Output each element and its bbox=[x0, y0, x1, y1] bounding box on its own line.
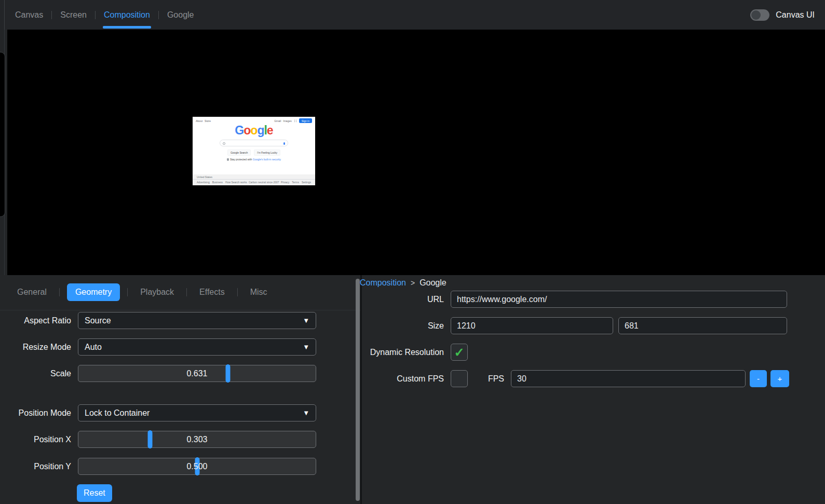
custom-fps-label: Custom FPS bbox=[362, 374, 444, 384]
toggle-knob-icon bbox=[751, 10, 761, 20]
tab-effects[interactable]: Effects bbox=[194, 283, 230, 301]
left-edge-strip bbox=[0, 30, 7, 275]
tab-separator bbox=[51, 11, 52, 19]
logo-letter: G bbox=[235, 124, 244, 137]
footer-link: Carbon neutral since 2007 bbox=[249, 181, 279, 184]
chevron-down-icon: ▼ bbox=[303, 317, 309, 324]
tab-separator bbox=[186, 288, 187, 296]
google-logo: Google bbox=[193, 124, 315, 138]
footer-location: United States bbox=[193, 174, 315, 180]
scale-slider[interactable]: 0.631 bbox=[78, 365, 316, 382]
dynamic-resolution-row: Dynamic Resolution ✓ bbox=[362, 344, 825, 361]
property-tabs: General Geometry Playback Effects Misc bbox=[12, 282, 273, 302]
position-y-slider[interactable]: 0.500 bbox=[78, 458, 316, 475]
scale-row: Scale 0.631 bbox=[0, 365, 360, 382]
breadcrumb-composition-link[interactable]: Composition bbox=[360, 278, 406, 288]
promo-link: Google's built-in security bbox=[253, 158, 281, 161]
position-x-value: 0.303 bbox=[78, 431, 316, 447]
footer-link: Business bbox=[212, 181, 223, 184]
source-settings-panel: Composition > Google URL Size Dynamic Re… bbox=[362, 275, 825, 504]
position-mode-value: Lock to Container bbox=[85, 408, 150, 418]
position-mode-dropdown[interactable]: Lock to Container ▼ bbox=[78, 404, 316, 421]
google-gmail-link: Gmail bbox=[274, 119, 281, 122]
size-height-input[interactable] bbox=[618, 317, 787, 334]
aspect-ratio-dropdown[interactable]: Source ▼ bbox=[78, 312, 316, 329]
tab-separator bbox=[158, 11, 159, 19]
position-x-label: Position X bbox=[0, 435, 71, 444]
custom-fps-checkbox[interactable] bbox=[451, 370, 468, 387]
reset-button[interactable]: Reset bbox=[77, 484, 112, 502]
resize-mode-dropdown[interactable]: Auto ▼ bbox=[78, 338, 316, 356]
divider bbox=[0, 310, 360, 310]
tab-separator bbox=[237, 288, 238, 296]
breadcrumb-current: Google bbox=[420, 278, 447, 288]
position-x-row: Position X 0.303 bbox=[0, 431, 360, 448]
tab-general[interactable]: General bbox=[12, 283, 52, 301]
canvas-ui-control: Canvas UI bbox=[750, 0, 815, 30]
logo-letter: e bbox=[267, 124, 273, 137]
google-search-buttons: Google Search I'm Feeling Lucky bbox=[193, 149, 315, 156]
footer-link: Terms bbox=[292, 181, 299, 184]
google-promo-line: Stay protected with Google's built-in se… bbox=[193, 158, 315, 161]
composition-canvas: About Store Gmail Images Sign in Google … bbox=[7, 30, 825, 275]
canvas-ui-toggle[interactable] bbox=[750, 9, 769, 21]
footer-link: How Search works bbox=[225, 181, 247, 184]
chevron-down-icon: ▼ bbox=[303, 409, 309, 417]
checkmark-icon: ✓ bbox=[454, 346, 464, 359]
search-icon bbox=[223, 142, 225, 145]
tab-misc[interactable]: Misc bbox=[245, 283, 273, 301]
tab-separator bbox=[127, 288, 128, 296]
top-bar: Canvas Screen Composition Google Canvas … bbox=[0, 0, 825, 30]
footer-link: Privacy bbox=[281, 181, 289, 184]
offscreen-panel-corner bbox=[0, 52, 5, 217]
resize-mode-value: Auto bbox=[85, 343, 102, 352]
aspect-ratio-value: Source bbox=[85, 316, 111, 325]
google-source-preview[interactable]: About Store Gmail Images Sign in Google … bbox=[193, 117, 315, 185]
google-search-box bbox=[220, 140, 288, 146]
scale-value: 0.631 bbox=[78, 365, 316, 382]
position-y-label: Position Y bbox=[0, 462, 71, 471]
mic-icon bbox=[283, 142, 285, 145]
aspect-ratio-row: Aspect Ratio Source ▼ bbox=[0, 312, 360, 329]
position-x-slider[interactable]: 0.303 bbox=[78, 431, 316, 448]
position-mode-label: Position Mode bbox=[0, 408, 71, 418]
logo-letter: g bbox=[257, 124, 264, 137]
breadcrumb-separator: > bbox=[411, 279, 415, 287]
dynamic-resolution-label: Dynamic Resolution bbox=[362, 348, 444, 357]
resize-mode-label: Resize Mode bbox=[0, 343, 71, 352]
promo-text: Stay protected with bbox=[230, 158, 253, 161]
size-width-input[interactable] bbox=[451, 317, 613, 334]
panel-edge-line bbox=[4, 0, 5, 30]
view-tabs: Canvas Screen Composition Google bbox=[14, 0, 195, 30]
chevron-down-icon: ▼ bbox=[303, 343, 309, 351]
google-search-button: Google Search bbox=[227, 149, 251, 156]
tab-screen[interactable]: Screen bbox=[59, 0, 88, 30]
url-row: URL bbox=[362, 291, 825, 308]
source-properties-panel: General Geometry Playback Effects Misc A… bbox=[0, 275, 360, 504]
google-about-link: About bbox=[196, 119, 202, 122]
breadcrumb: Composition > Google bbox=[360, 278, 447, 288]
url-label: URL bbox=[362, 295, 444, 304]
tab-composition[interactable]: Composition bbox=[103, 0, 151, 30]
footer-link: Settings bbox=[302, 181, 311, 184]
fps-label: FPS bbox=[474, 374, 504, 384]
google-store-link: Store bbox=[205, 119, 211, 122]
fps-increment-button[interactable]: + bbox=[770, 370, 789, 387]
canvas-ui-label: Canvas UI bbox=[776, 10, 815, 20]
panel-scrollbar[interactable] bbox=[356, 279, 360, 501]
tab-separator bbox=[59, 288, 60, 296]
footer-link: Advertising bbox=[197, 181, 210, 184]
tab-canvas[interactable]: Canvas bbox=[14, 0, 44, 30]
fps-input[interactable] bbox=[511, 370, 746, 387]
position-y-value: 0.500 bbox=[78, 458, 316, 474]
google-images-link: Images bbox=[283, 119, 291, 122]
tab-google[interactable]: Google bbox=[166, 0, 195, 30]
dynamic-resolution-checkbox[interactable]: ✓ bbox=[451, 344, 468, 361]
tab-playback[interactable]: Playback bbox=[135, 283, 179, 301]
url-input[interactable] bbox=[451, 291, 787, 308]
tab-geometry[interactable]: Geometry bbox=[67, 283, 120, 301]
apps-grid-icon bbox=[294, 119, 297, 122]
fps-decrement-button[interactable]: - bbox=[750, 370, 767, 387]
size-label: Size bbox=[362, 321, 444, 331]
feeling-lucky-button: I'm Feeling Lucky bbox=[254, 149, 280, 156]
